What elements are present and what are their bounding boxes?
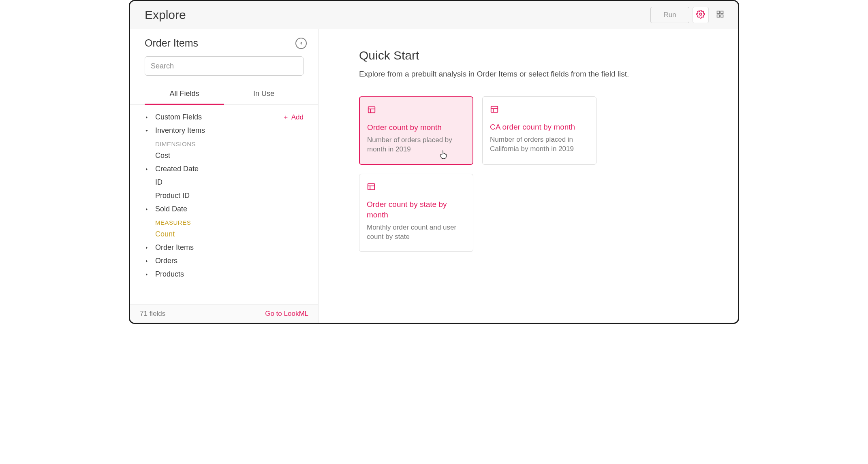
explore-window: Explore Run — [129, 0, 739, 324]
svg-marker-8 — [146, 208, 148, 211]
dashboard-button[interactable] — [712, 7, 728, 23]
svg-marker-7 — [146, 168, 148, 170]
field-cost[interactable]: Cost — [130, 149, 318, 162]
search-input[interactable] — [145, 56, 304, 76]
quick-start-card-order-count-by-month[interactable]: Order count by month Number of orders pl… — [359, 96, 473, 165]
sidebar-header: Order Items — [130, 29, 318, 51]
topbar: Explore Run — [130, 1, 738, 29]
field-product-id[interactable]: Product ID — [130, 189, 318, 202]
card-desc: Monthly order count and user count by st… — [367, 223, 466, 242]
measures-label: MEASURES — [130, 216, 318, 228]
page-title: Explore — [145, 8, 186, 22]
chevron-right-icon — [145, 207, 155, 211]
svg-rect-4 — [721, 15, 723, 17]
group-label: Inventory Items — [155, 126, 304, 135]
svg-marker-11 — [146, 273, 148, 276]
svg-rect-2 — [721, 11, 723, 14]
svg-rect-18 — [368, 184, 375, 190]
svg-rect-15 — [491, 106, 498, 113]
field-sold-date[interactable]: Sold Date — [130, 202, 318, 216]
svg-marker-10 — [146, 260, 148, 262]
card-title: Order count by month — [367, 122, 465, 133]
quick-start-subtitle: Explore from a prebuilt analysis in Orde… — [359, 70, 718, 79]
group-order-items[interactable]: Order Items — [130, 241, 318, 254]
gear-icon — [696, 10, 705, 20]
table-icon — [490, 105, 589, 115]
field-id[interactable]: ID — [130, 176, 318, 189]
group-custom-fields[interactable]: Custom Fields + Add — [130, 111, 318, 124]
quick-start-cards: Order count by month Number of orders pl… — [359, 96, 718, 252]
field-list: Custom Fields + Add Inventory Items DIME… — [130, 105, 318, 304]
card-desc: Number of orders placed by month in 2019 — [367, 135, 465, 155]
dimensions-label: DIMENSIONS — [130, 137, 318, 149]
chevron-right-icon — [145, 167, 155, 171]
tab-all-fields[interactable]: All Fields — [145, 85, 224, 105]
chevron-down-icon — [145, 129, 155, 133]
run-button[interactable]: Run — [650, 7, 689, 23]
chevron-right-icon — [145, 115, 155, 119]
group-inventory-items[interactable]: Inventory Items — [130, 124, 318, 137]
field-picker-sidebar: Order Items All Fields In Use — [130, 29, 319, 323]
svg-point-0 — [699, 13, 702, 15]
field-tabs: All Fields In Use — [130, 76, 318, 105]
svg-rect-1 — [717, 11, 720, 14]
topbar-actions: Run — [650, 7, 728, 23]
field-count: 71 fields — [140, 310, 165, 318]
main-content: Quick Start Explore from a prebuilt anal… — [319, 29, 738, 323]
go-to-lookml-link[interactable]: Go to LookML — [265, 310, 308, 318]
quick-start-card-ca-order-count-by-month[interactable]: CA order count by month Number of orders… — [482, 96, 596, 165]
chevron-right-icon — [145, 259, 155, 263]
collapse-sidebar-button[interactable] — [295, 38, 307, 49]
svg-rect-3 — [717, 15, 720, 17]
tab-in-use[interactable]: In Use — [224, 85, 304, 104]
svg-marker-5 — [146, 116, 148, 119]
field-count[interactable]: Count — [130, 228, 318, 241]
sidebar-footer: 71 fields Go to LookML — [130, 304, 318, 323]
table-icon — [367, 182, 466, 193]
group-label: Custom Fields — [155, 113, 284, 121]
chevron-right-icon — [145, 272, 155, 277]
add-custom-field-button[interactable]: + Add — [284, 113, 304, 121]
group-orders[interactable]: Orders — [130, 254, 318, 268]
chevron-left-icon — [299, 40, 304, 47]
grid-icon — [716, 10, 724, 20]
quick-start-heading: Quick Start — [359, 49, 718, 62]
svg-rect-12 — [368, 107, 375, 113]
field-created-date[interactable]: Created Date — [130, 162, 318, 176]
card-title: CA order count by month — [490, 122, 589, 132]
svg-marker-6 — [145, 130, 148, 132]
quick-start-card-order-count-by-state-by-month[interactable]: Order count by state by month Monthly or… — [359, 174, 473, 252]
group-products[interactable]: Products — [130, 268, 318, 281]
settings-button[interactable] — [693, 7, 709, 23]
chevron-right-icon — [145, 246, 155, 250]
explore-name: Order Items — [145, 37, 198, 49]
card-title: Order count by state by month — [367, 199, 466, 220]
search-wrap — [130, 51, 318, 76]
card-desc: Number of orders placed in California by… — [490, 135, 589, 154]
table-icon — [367, 105, 465, 116]
body: Order Items All Fields In Use — [130, 29, 738, 323]
svg-marker-9 — [146, 247, 148, 249]
